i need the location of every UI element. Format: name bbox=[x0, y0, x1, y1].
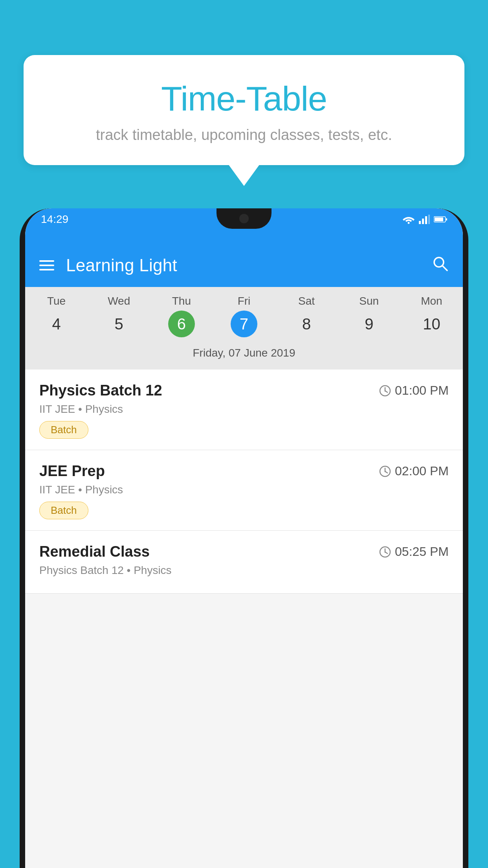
battery-icon bbox=[434, 216, 447, 223]
svg-rect-7 bbox=[446, 218, 447, 221]
day-name-fri: Fri bbox=[213, 295, 275, 307]
hamburger-line-1 bbox=[39, 260, 54, 262]
svg-rect-3 bbox=[425, 216, 427, 224]
batch-tag-1: Batch bbox=[39, 421, 88, 439]
batch-tag-2: Batch bbox=[39, 502, 88, 519]
schedule-item-2-header: JEE Prep 02:00 PM bbox=[39, 463, 449, 480]
wifi-icon bbox=[402, 215, 415, 224]
schedule-subtitle-1: IIT JEE • Physics bbox=[39, 403, 449, 416]
svg-point-0 bbox=[408, 222, 410, 224]
phone-screen: 14:29 bbox=[25, 208, 463, 868]
status-icons bbox=[402, 215, 447, 224]
clock-icon-1 bbox=[379, 385, 391, 397]
schedule-item-2[interactable]: JEE Prep 02:00 PM IIT JEE • Physics Batc… bbox=[25, 450, 463, 531]
day-5[interactable]: 5 bbox=[106, 311, 132, 337]
schedule-title-1: Physics Batch 12 bbox=[39, 382, 162, 399]
speech-bubble-pointer bbox=[228, 164, 260, 186]
day-name-thu: Thu bbox=[150, 295, 213, 307]
clock-icon-3 bbox=[379, 546, 391, 558]
phone-frame: 14:29 bbox=[20, 208, 468, 868]
schedule-title-3: Remedial Class bbox=[39, 543, 150, 560]
svg-rect-1 bbox=[419, 221, 421, 224]
day-name-mon: Mon bbox=[400, 295, 463, 307]
day-name-tue: Tue bbox=[25, 295, 88, 307]
svg-rect-4 bbox=[428, 215, 430, 224]
schedule-subtitle-3: Physics Batch 12 • Physics bbox=[39, 564, 449, 577]
schedule-item-3-header: Remedial Class 05:25 PM bbox=[39, 543, 449, 560]
app-bar-left: Learning Light bbox=[39, 256, 177, 275]
calendar-strip: Tue Wed Thu Fri Sat Sun Mon 4 5 6 7 8 9 … bbox=[25, 287, 463, 370]
speech-bubble-title: Time-Table bbox=[55, 79, 433, 119]
svg-line-12 bbox=[385, 391, 387, 392]
svg-rect-6 bbox=[435, 217, 443, 221]
day-name-wed: Wed bbox=[88, 295, 150, 307]
day-9[interactable]: 9 bbox=[356, 311, 382, 337]
app-title: Learning Light bbox=[66, 256, 177, 275]
schedule-title-2: JEE Prep bbox=[39, 463, 105, 480]
schedule-time-1: 01:00 PM bbox=[379, 383, 449, 398]
app-bar: Learning Light bbox=[25, 244, 463, 287]
schedule-item-1[interactable]: Physics Batch 12 01:00 PM IIT JEE • Phys… bbox=[25, 370, 463, 450]
hamburger-line-3 bbox=[39, 269, 54, 270]
signal-icon bbox=[419, 215, 430, 224]
clock-icon-2 bbox=[379, 465, 391, 477]
day-names-row: Tue Wed Thu Fri Sat Sun Mon bbox=[25, 295, 463, 307]
day-6-today[interactable]: 6 bbox=[168, 311, 195, 337]
schedule-list: Physics Batch 12 01:00 PM IIT JEE • Phys… bbox=[25, 370, 463, 594]
day-name-sat: Sat bbox=[275, 295, 338, 307]
hamburger-line-2 bbox=[39, 265, 54, 266]
speech-bubble-subtitle: track timetable, upcoming classes, tests… bbox=[55, 127, 433, 143]
notch-area: 14:29 bbox=[25, 208, 463, 244]
svg-line-18 bbox=[385, 552, 387, 554]
speech-bubble-card: Time-Table track timetable, upcoming cla… bbox=[24, 55, 464, 165]
day-4[interactable]: 4 bbox=[43, 311, 70, 337]
schedule-time-3: 05:25 PM bbox=[379, 544, 449, 559]
schedule-time-2: 02:00 PM bbox=[379, 464, 449, 478]
speech-bubble-section: Time-Table track timetable, upcoming cla… bbox=[24, 55, 464, 186]
day-name-sun: Sun bbox=[338, 295, 400, 307]
selected-date-label: Friday, 07 June 2019 bbox=[25, 343, 463, 366]
hamburger-menu-icon[interactable] bbox=[39, 260, 54, 270]
day-8[interactable]: 8 bbox=[293, 311, 320, 337]
svg-line-15 bbox=[385, 471, 387, 473]
notch-bump bbox=[216, 208, 272, 229]
day-numbers-row[interactable]: 4 5 6 7 8 9 10 bbox=[25, 311, 463, 337]
day-10[interactable]: 10 bbox=[418, 311, 445, 337]
status-time: 14:29 bbox=[41, 213, 68, 226]
search-icon[interactable] bbox=[431, 255, 449, 276]
camera-dot bbox=[239, 214, 249, 223]
schedule-item-1-header: Physics Batch 12 01:00 PM bbox=[39, 382, 449, 399]
schedule-item-3[interactable]: Remedial Class 05:25 PM Physics Batch 12… bbox=[25, 531, 463, 594]
svg-line-9 bbox=[442, 266, 447, 270]
schedule-subtitle-2: IIT JEE • Physics bbox=[39, 484, 449, 496]
day-7-selected[interactable]: 7 bbox=[231, 311, 257, 337]
svg-rect-2 bbox=[422, 219, 424, 224]
